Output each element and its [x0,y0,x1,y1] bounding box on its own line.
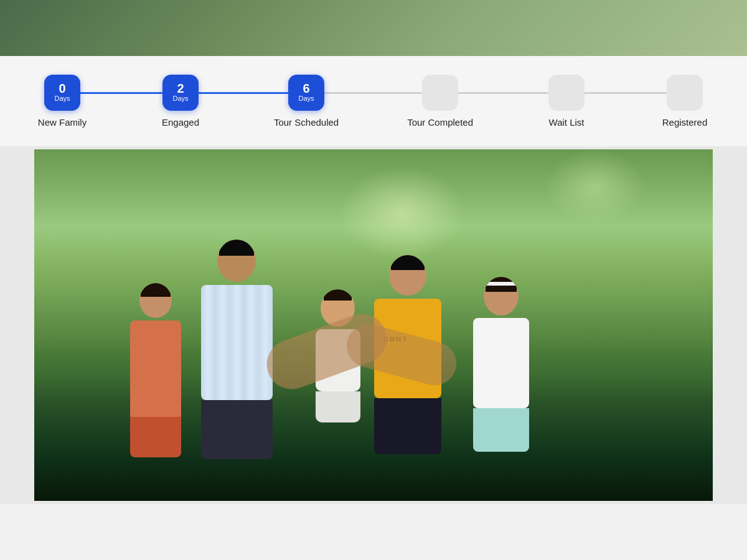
person-boy [121,283,190,470]
step-circle-tour-scheduled: 6 Days [288,75,324,111]
main-image-wrapper: OMMY [0,146,747,504]
step-number-tour-scheduled: 6 [303,82,310,95]
step-wait-list[interactable]: Wait List [542,75,591,128]
family-photo: OMMY [34,149,713,501]
step-circle-engaged: 2 Days [162,75,199,111]
step-label-tour-completed: Tour Completed [407,117,473,128]
step-engaged[interactable]: 2 Days Engaged [156,75,205,128]
timeline-container: 0 Days New Family 2 Days Engaged 6 Days … [37,75,710,128]
step-label-registered: Registered [662,117,708,128]
step-new-family[interactable]: 0 Days New Family [37,75,87,128]
step-label-new-family: New Family [38,117,87,128]
step-days-new-family: Days [54,95,70,103]
step-circle-new-family: 0 Days [44,75,80,111]
top-banner-image [0,0,747,56]
step-tour-completed[interactable]: Tour Completed [407,75,473,128]
person-girl [464,277,538,464]
step-label-wait-list: Wait List [549,117,585,128]
step-label-engaged: Engaged [162,117,199,128]
step-circle-registered [667,75,703,111]
step-days-engaged: Days [172,95,188,103]
timeline-section: 0 Days New Family 2 Days Engaged 6 Days … [0,56,747,146]
step-days-tour-scheduled: Days [299,95,314,103]
step-label-tour-scheduled: Tour Scheduled [274,117,339,128]
step-number-new-family: 0 [59,82,65,95]
step-number-engaged: 2 [177,82,184,95]
step-registered[interactable]: Registered [660,75,710,128]
step-circle-wait-list [548,75,585,111]
step-circle-tour-completed [422,75,458,111]
step-tour-scheduled[interactable]: 6 Days Tour Scheduled [274,75,339,128]
